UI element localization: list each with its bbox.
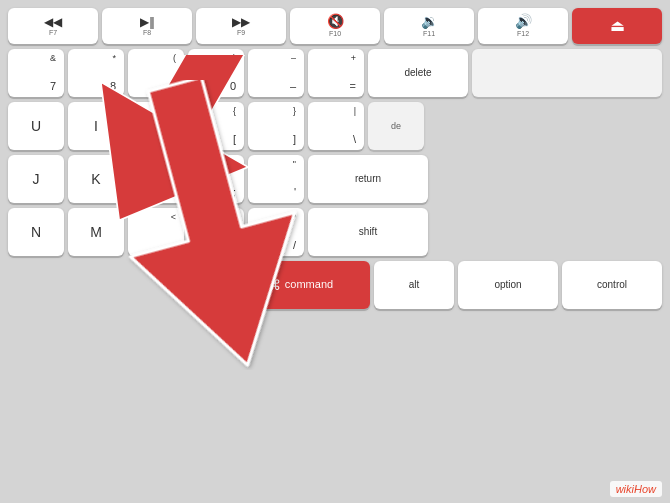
key-j[interactable]: J [8,155,64,203]
key-pipe[interactable]: | \ [308,102,364,150]
key-quote[interactable]: " ' [248,155,304,203]
key-n[interactable]: N [8,208,64,256]
key-rbrace[interactable]: } ] [248,102,304,150]
home-row: J K L : ; " ' return [8,155,662,203]
key-minus[interactable]: – – [248,49,304,97]
key-f7[interactable]: ◀◀ F7 [8,8,98,44]
qwerty-row: U I P { [ } ] | \ de [8,102,662,150]
key-f11[interactable]: 🔉 F11 [384,8,474,44]
key-shift[interactable]: shift [308,208,428,256]
key-star-8[interactable]: * 8 [68,49,124,97]
key-ampersand-7[interactable]: & 7 [8,49,64,97]
key-rparen-0[interactable]: ) 0 [188,49,244,97]
key-f12[interactable]: 🔊 F12 [478,8,568,44]
key-f9[interactable]: ▶▶ F9 [196,8,286,44]
bottom-row: N M < , > . ? / shift [8,208,662,256]
number-row: & 7 * 8 ( 9 ) 0 – – + = delete [8,49,662,97]
key-k[interactable]: K [68,155,124,203]
key-control[interactable]: control [562,261,662,309]
key-f10[interactable]: 🔇 F10 [290,8,380,44]
key-question-slash[interactable]: ? / [248,208,304,256]
fn-row: ◀◀ F7 ▶‖ F8 ▶▶ F9 🔇 F10 🔉 F11 🔊 F12 ⏏ [8,8,662,44]
wikihow-brand: How [634,483,656,495]
wikihow-badge: wikiHow [610,481,662,497]
key-p[interactable]: P [128,102,184,150]
key-lt-comma[interactable]: < , [128,208,184,256]
key-return[interactable]: return [308,155,428,203]
key-m[interactable]: M [68,208,124,256]
key-i[interactable]: I [68,102,124,150]
keyboard-container: ◀◀ F7 ▶‖ F8 ▶▶ F9 🔇 F10 🔉 F11 🔊 F12 ⏏ & [0,0,670,503]
key-edge-right [472,49,662,97]
key-gt-period[interactable]: > . [188,208,244,256]
key-option[interactable]: option [458,261,558,309]
key-command[interactable]: ⌘ ⌘ command command [230,261,370,309]
wikihow-prefix: wiki [616,483,634,495]
key-alt[interactable]: alt [374,261,454,309]
key-u[interactable]: U [8,102,64,150]
key-colon-semicolon[interactable]: : ; [188,155,244,203]
space-row: ⌘ ⌘ command command alt option control [8,261,662,309]
key-l[interactable]: L [128,155,184,203]
key-lparen-9[interactable]: ( 9 [128,49,184,97]
key-de[interactable]: de [368,102,424,150]
key-lbrace[interactable]: { [ [188,102,244,150]
key-plus-equals[interactable]: + = [308,49,364,97]
key-eject[interactable]: ⏏ [572,8,662,44]
key-delete[interactable]: delete [368,49,468,97]
key-f8[interactable]: ▶‖ F8 [102,8,192,44]
